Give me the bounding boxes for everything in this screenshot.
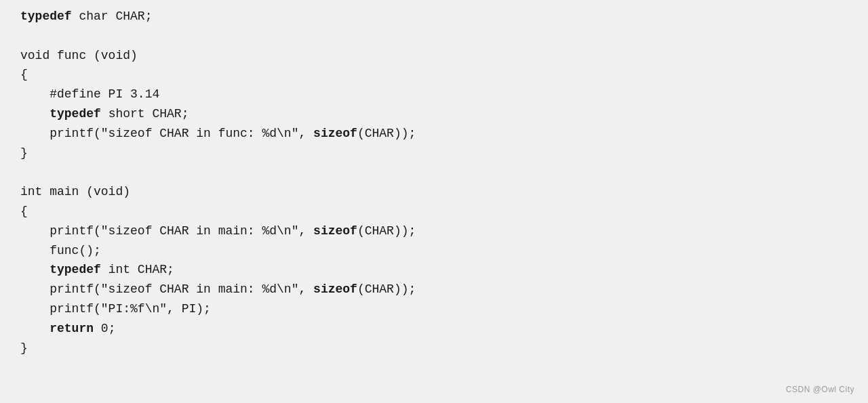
keyword-sizeof-10: sizeof: [313, 224, 357, 238]
keyword-typedef-1: typedef: [20, 9, 72, 23]
code-line-7: }: [20, 144, 848, 163]
code-block: typedef char CHAR; void func (void) { #d…: [0, 0, 868, 371]
code-line-1: typedef char CHAR;: [20, 7, 848, 26]
code-text-14: printf("PI:%f\n", PI);: [20, 302, 211, 316]
code-line-16: }: [20, 339, 848, 358]
code-indent-5: [20, 107, 50, 121]
code-line-10: printf("sizeof CHAR in main: %d\n", size…: [20, 221, 848, 241]
code-line-14: printf("PI:%f\n", PI);: [20, 299, 848, 319]
code-text-13a: printf("sizeof CHAR in main: %d\n",: [20, 282, 313, 296]
keyword-sizeof-6: sizeof: [313, 127, 357, 140]
code-line-9: {: [20, 202, 848, 221]
code-text-9: {: [20, 205, 28, 218]
code-line-2: void func (void): [20, 46, 848, 66]
code-text-10a: printf("sizeof CHAR in main: %d\n",: [20, 224, 313, 238]
code-indent-12: [20, 263, 50, 276]
blank-line-1: [20, 26, 848, 46]
code-line-15: return 0;: [20, 319, 848, 339]
code-indent-15: [20, 322, 50, 335]
code-line-8: int main (void): [20, 182, 848, 202]
code-line-6: printf("sizeof CHAR in func: %d\n", size…: [20, 124, 848, 144]
code-text-11: func();: [20, 244, 101, 257]
code-text-8: int main (void): [20, 185, 130, 198]
code-text-15: 0;: [94, 322, 115, 335]
code-line-12: typedef int CHAR;: [20, 260, 848, 280]
code-text-2: void func (void): [20, 49, 138, 62]
code-text-12: int CHAR;: [101, 263, 174, 276]
code-line-3: {: [20, 65, 848, 85]
code-text-7: }: [20, 146, 28, 160]
code-line-5: typedef short CHAR;: [20, 104, 848, 124]
code-line-4: #define PI 3.14: [20, 85, 848, 104]
code-text-3: {: [20, 68, 28, 81]
code-text-1: char CHAR;: [72, 9, 153, 23]
keyword-sizeof-13: sizeof: [313, 282, 357, 296]
watermark: CSDN @Owl City: [786, 383, 854, 396]
keyword-return-15: return: [50, 322, 94, 335]
keyword-typedef-5: typedef: [50, 107, 101, 121]
code-text-16: }: [20, 341, 28, 355]
code-line-11: func();: [20, 241, 848, 261]
blank-line-2: [20, 163, 848, 182]
code-text-4: #define PI 3.14: [20, 87, 159, 101]
code-line-13: printf("sizeof CHAR in main: %d\n", size…: [20, 280, 848, 299]
code-text-6b: (CHAR));: [357, 127, 416, 140]
code-text-6a: printf("sizeof CHAR in func: %d\n",: [20, 127, 313, 140]
code-text-10b: (CHAR));: [357, 224, 416, 238]
code-text-13b: (CHAR));: [357, 282, 416, 296]
code-text-5: short CHAR;: [101, 107, 189, 121]
keyword-typedef-12: typedef: [50, 263, 101, 276]
